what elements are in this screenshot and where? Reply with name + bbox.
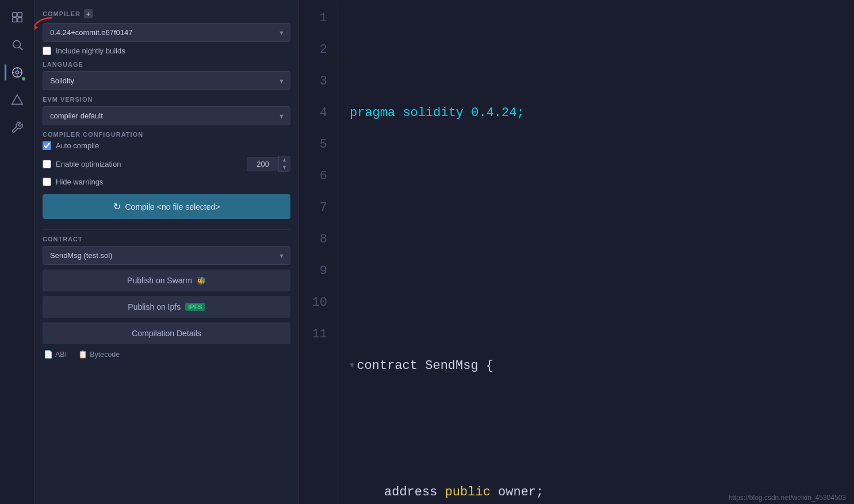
sidebar-icon-search[interactable]: [5, 32, 30, 57]
pragma-keyword: pragma solidity: [350, 97, 471, 129]
address-keyword: address: [384, 476, 445, 504]
compiler-plus-icon[interactable]: +: [84, 9, 93, 18]
code-editor[interactable]: 1 2 3 4 5 6 7 8 9 10 11 pragma solidity …: [299, 0, 854, 504]
ipfs-badge-icon: IPFS: [185, 303, 205, 311]
line-number-3: 3: [307, 66, 327, 97]
line-number-5: 5: [307, 129, 327, 160]
evm-version-select[interactable]: compiler default homestead tangerineWhis…: [43, 106, 290, 125]
line-numbers: 1 2 3 4 5 6 7 8 9 10 11: [299, 2, 338, 504]
publish-ipfs-label: Publish on Ipfs: [128, 302, 181, 311]
code-line-1: pragma solidity 0.4.24;: [350, 97, 842, 129]
compiler-panel: COMPILER + 0.4.24+commit.e67f0147 ▼ Incl…: [35, 0, 299, 504]
line-number-8: 8: [307, 224, 327, 255]
auto-compile-checkbox[interactable]: [43, 141, 51, 150]
line-number-11: 11: [307, 318, 327, 350]
line-number-2: 2: [307, 34, 327, 66]
svg-point-4: [13, 41, 20, 48]
compiler-section-header: COMPILER +: [43, 9, 290, 18]
bottom-links: 📄 ABI 📋 Bytecode: [43, 350, 290, 359]
status-bar: https://blog.csdn.net/weixin_45304503: [721, 491, 854, 504]
line-number-6: 6: [307, 160, 327, 192]
contract-keyword: contract: [357, 350, 425, 382]
contract-select[interactable]: SendMsg (test.sol): [43, 246, 290, 265]
enable-optimization-row: Enable optimization ▲ ▼: [43, 156, 290, 172]
optimization-input-wrap: ▲ ▼: [247, 156, 290, 172]
line-number-10: 10: [307, 287, 327, 318]
code-editor-area: 1 2 3 4 5 6 7 8 9 10 11 pragma solidity …: [299, 0, 854, 504]
compile-button[interactable]: ↻ Compile <no file selected>: [43, 194, 290, 219]
code-line-2: [350, 224, 842, 255]
include-nightly-label[interactable]: Include nightly builds: [56, 47, 125, 55]
optimization-decrement-button[interactable]: ▼: [279, 164, 290, 171]
compiler-version-select[interactable]: 0.4.24+commit.e67f0147: [43, 23, 290, 42]
svg-rect-3: [17, 18, 21, 22]
bytecode-icon: 📋: [78, 350, 87, 359]
optimization-increment-button[interactable]: ▲: [279, 156, 290, 164]
evm-section-label: EVM VERSION: [43, 96, 290, 103]
icon-sidebar: [0, 0, 35, 504]
line-number-7: 7: [307, 192, 327, 224]
hide-warnings-row: Hide warnings: [43, 178, 290, 186]
svg-rect-0: [12, 13, 16, 17]
auto-compile-label[interactable]: Auto compile: [56, 141, 99, 150]
public-keyword-4: public: [445, 476, 491, 504]
compiler-label: COMPILER: [43, 10, 81, 17]
sidebar-icon-compiler[interactable]: [5, 60, 30, 85]
panel-divider: [43, 229, 290, 230]
svg-rect-2: [12, 18, 16, 22]
sidebar-icon-plugin[interactable]: [5, 115, 30, 140]
compiler-version-wrapper: 0.4.24+commit.e67f0147 ▼: [43, 23, 290, 42]
include-nightly-checkbox[interactable]: [43, 47, 51, 55]
publish-swarm-button[interactable]: Publish on Swarm 🐝: [43, 270, 290, 291]
compiler-config-label: COMPILER CONFIGURATION: [43, 131, 290, 138]
abi-icon: 📄: [44, 350, 53, 359]
sidebar-icon-deploy[interactable]: [5, 87, 30, 113]
bytecode-link[interactable]: 📋 Bytecode: [78, 350, 120, 359]
publish-ipfs-button[interactable]: Publish on Ipfs IPFS: [43, 296, 290, 318]
code-line-3: ▼contract SendMsg {: [350, 350, 842, 382]
line-number-1: 1: [307, 2, 327, 34]
svg-rect-1: [17, 13, 21, 17]
compile-refresh-icon: ↻: [113, 201, 121, 212]
contract-name: SendMsg {: [425, 350, 493, 382]
line-number-4: 4: [307, 97, 327, 129]
enable-optimization-checkbox[interactable]: [43, 160, 51, 168]
svg-marker-12: [12, 95, 22, 105]
contract-section-label: CONTRACT: [43, 236, 290, 243]
sidebar-icon-files[interactable]: [5, 5, 30, 30]
abi-link[interactable]: 📄 ABI: [44, 350, 67, 359]
hide-warnings-checkbox[interactable]: [43, 178, 51, 186]
swarm-badge-icon: 🐝: [197, 276, 206, 285]
compilation-details-button[interactable]: Compilation Details: [43, 322, 290, 344]
contract-select-wrapper: SendMsg (test.sol) ▼: [43, 246, 290, 265]
auto-compile-row: Auto compile: [43, 141, 290, 150]
svg-line-5: [20, 47, 22, 50]
status-url: https://blog.csdn.net/weixin_45304503: [729, 494, 846, 502]
collapse-icon-3[interactable]: ▼: [350, 350, 354, 382]
svg-point-7: [16, 71, 19, 74]
compile-button-label: Compile <no file selected>: [125, 202, 220, 211]
code-content[interactable]: pragma solidity 0.4.24; ▼contract SendMs…: [338, 2, 854, 504]
version-number: 0.4.24;: [471, 97, 524, 129]
evm-select-wrapper: compiler default homestead tangerineWhis…: [43, 106, 290, 125]
bytecode-label: Bytecode: [90, 351, 120, 359]
line-number-9: 9: [307, 255, 327, 287]
compilation-details-label: Compilation Details: [132, 329, 201, 338]
abi-label: ABI: [55, 351, 67, 359]
language-select-wrapper: Solidity Vyper ▼: [43, 71, 290, 90]
optimization-value-input[interactable]: [247, 157, 278, 171]
hide-warnings-label[interactable]: Hide warnings: [56, 178, 103, 186]
optimization-spinners: ▲ ▼: [278, 156, 290, 172]
include-nightly-row: Include nightly builds: [43, 47, 290, 55]
language-section-label: LANGUAGE: [43, 61, 290, 68]
compiler-active-dot: [21, 76, 26, 82]
language-select[interactable]: Solidity Vyper: [43, 71, 290, 90]
publish-swarm-label: Publish on Swarm: [127, 276, 192, 285]
enable-optimization-label[interactable]: Enable optimization: [56, 160, 121, 168]
